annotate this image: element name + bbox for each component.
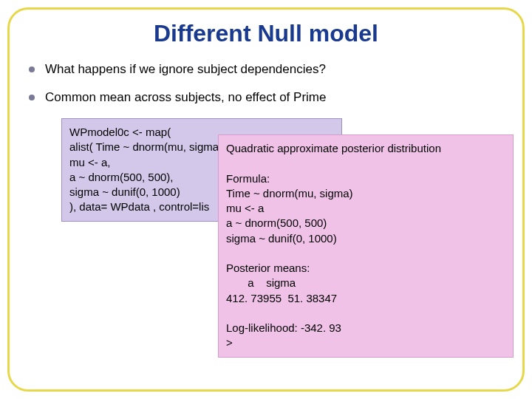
result-box: Quadratic approximate posterior distribu… — [218, 134, 514, 358]
bullet-icon — [29, 66, 35, 72]
slide-frame: Different Null model What happens if we … — [7, 7, 525, 392]
bullet-text-1: What happens if we ignore subject depend… — [45, 62, 326, 77]
bullet-row-2: Common mean across subjects, no effect o… — [29, 90, 509, 105]
bullet-row-1: What happens if we ignore subject depend… — [29, 62, 509, 77]
bullet-icon — [29, 95, 35, 100]
bullet-text-2: Common mean across subjects, no effect o… — [45, 90, 326, 105]
slide-title: Different Null model — [23, 20, 509, 47]
content-boxes: WPmodel0c <- map( alist( Time ~ dnorm(mu… — [23, 118, 509, 362]
